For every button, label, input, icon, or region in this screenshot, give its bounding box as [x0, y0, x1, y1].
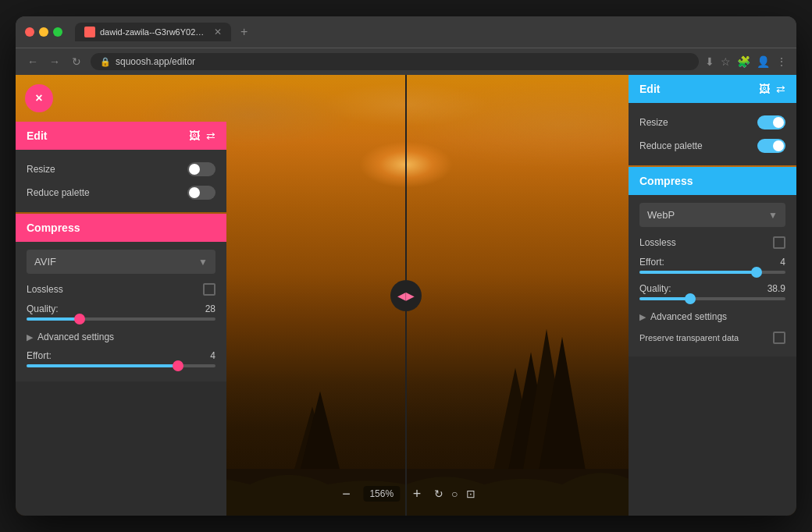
maximize-traffic-light[interactable] — [53, 27, 62, 37]
left-edit-image-icon[interactable]: 🖼 — [189, 129, 200, 142]
active-tab[interactable]: dawid-zawila--G3rw6Y02D0-u... ✕ — [75, 23, 231, 41]
left-effort-container: Effort: 4 — [27, 347, 215, 374]
refresh-button[interactable]: ↻ — [69, 55, 84, 68]
zoom-out-button[interactable]: − — [337, 486, 355, 502]
right-compress-header: Compress — [629, 167, 796, 195]
right-advanced-chevron-icon: ▶ — [639, 312, 646, 322]
right-quality-row: Quality: 38.9 — [639, 283, 785, 294]
traffic-lights — [25, 27, 62, 37]
left-effort-label: Effort: — [27, 350, 52, 361]
zoom-in-button[interactable]: + — [408, 486, 426, 502]
close-traffic-light[interactable] — [25, 27, 34, 37]
left-advanced-settings-label: Advanced settings — [37, 332, 114, 342]
left-effort-thumb[interactable] — [173, 360, 183, 371]
url-display: squoosh.app/editor — [116, 56, 195, 67]
zoom-unit: % — [385, 488, 394, 499]
left-lossless-checkbox[interactable] — [203, 283, 215, 296]
right-quality-fill — [639, 297, 690, 300]
rotate-button[interactable]: ↻ — [434, 488, 443, 500]
right-advanced-settings-row[interactable]: ▶ Advanced settings — [639, 307, 785, 327]
download-page-icon[interactable]: ⬇ — [705, 55, 714, 68]
right-resize-row: Resize — [639, 111, 785, 134]
left-edit-swap-icon[interactable]: ⇄ — [206, 129, 215, 142]
right-advanced-settings-label: Advanced settings — [650, 311, 727, 322]
left-edit-body: Resize Reduce palette — [16, 150, 226, 212]
right-reduce-palette-toggle[interactable] — [757, 139, 785, 153]
left-effort-row: Effort: 4 — [27, 350, 215, 361]
forward-button[interactable]: → — [47, 55, 62, 68]
right-edit-title: Edit — [639, 83, 660, 95]
right-compress-body: WebP ▼ Lossless Effort: 4 — [629, 195, 796, 356]
right-preserve-transparent-checkbox[interactable] — [773, 332, 785, 344]
browser-chrome: dawid-zawila--G3rw6Y02D0-u... ✕ + ← → ↻ … — [16, 16, 796, 75]
back-button[interactable]: ← — [25, 55, 41, 68]
left-edit-header: Edit 🖼 ⇄ — [16, 122, 226, 150]
bookmark-icon[interactable]: ☆ — [721, 55, 731, 68]
right-lossless-checkbox[interactable] — [773, 236, 785, 249]
minimize-traffic-light[interactable] — [39, 27, 48, 37]
right-effort-thumb[interactable] — [751, 267, 762, 278]
left-resize-toggle[interactable] — [187, 162, 215, 176]
left-quality-row: Quality: 28 — [27, 303, 215, 314]
reset-button[interactable]: ○ — [451, 488, 458, 500]
right-quality-value: 38.9 — [762, 283, 785, 294]
right-panel-spacer — [629, 356, 796, 516]
right-effort-label: Effort: — [639, 257, 664, 268]
left-effort-track[interactable] — [27, 364, 215, 367]
left-panel: Edit 🖼 ⇄ Resize Reduce palette — [16, 75, 226, 516]
bottom-center: − 156% + ↻ ○ ⊡ — [337, 486, 475, 502]
browser-toolbar: ← → ↻ 🔒 squoosh.app/editor ⬇ ☆ 🧩 👤 ⋮ — [16, 48, 796, 75]
left-quality-label: Quality: — [27, 303, 59, 314]
right-edit-section: Edit 🖼 ⇄ Resize Reduce palette — [629, 75, 796, 165]
extensions-icon[interactable]: 🧩 — [737, 55, 750, 68]
left-resize-row: Resize — [27, 158, 215, 181]
left-reduce-palette-toggle[interactable] — [187, 186, 215, 200]
toolbar-icons: ⬇ ☆ 🧩 👤 ⋮ — [705, 55, 787, 68]
right-resize-toggle[interactable] — [757, 115, 785, 129]
titlebar: dawid-zawila--G3rw6Y02D0-u... ✕ + — [16, 16, 796, 48]
tab-favicon — [84, 27, 95, 37]
right-edit-swap-icon[interactable]: ⇄ — [776, 83, 785, 95]
left-quality-thumb[interactable] — [74, 314, 85, 325]
left-quality-value: 28 — [192, 303, 215, 314]
left-advanced-settings-row[interactable]: ▶ Advanced settings — [27, 327, 215, 347]
left-compress-header: Compress — [16, 214, 226, 242]
menu-icon[interactable]: ⋮ — [776, 55, 787, 68]
new-tab-button[interactable]: + — [234, 23, 254, 41]
right-effort-track[interactable] — [639, 271, 785, 274]
profile-icon[interactable]: 👤 — [757, 55, 770, 68]
browser-window: dawid-zawila--G3rw6Y02D0-u... ✕ + ← → ↻ … — [16, 16, 796, 516]
right-resize-label: Resize — [639, 117, 668, 128]
left-panel-spacer — [16, 381, 226, 516]
right-edit-image-icon[interactable]: 🖼 — [759, 83, 770, 95]
tab-title: dawid-zawila--G3rw6Y02D0-u... — [100, 27, 206, 37]
left-compress-title: Compress — [27, 222, 80, 234]
tab-close-button[interactable]: ✕ — [214, 27, 222, 37]
left-quality-fill — [27, 317, 80, 321]
app-container: ◀▶ × Edit 🖼 ⇄ Resize — [16, 75, 796, 516]
right-lossless-row: Lossless — [639, 232, 785, 254]
left-compress-section: Compress AVIF ▼ Lossless — [16, 214, 226, 381]
right-format-select[interactable]: WebP ▼ — [639, 203, 785, 227]
divider-handle[interactable]: ◀▶ — [390, 280, 422, 311]
address-bar[interactable]: 🔒 squoosh.app/editor — [91, 53, 699, 70]
right-quality-thumb[interactable] — [685, 293, 696, 304]
right-edit-body: Resize Reduce palette — [629, 103, 796, 165]
right-format-arrow-icon: ▼ — [768, 210, 778, 221]
left-quality-container: Quality: 28 — [27, 300, 215, 327]
left-reduce-palette-label: Reduce palette — [27, 187, 90, 198]
left-format-value: AVIF — [34, 256, 56, 268]
left-lossless-row: Lossless — [27, 278, 215, 300]
right-compress-section: Compress WebP ▼ Lossless — [629, 167, 796, 356]
right-quality-label: Quality: — [639, 283, 671, 294]
fit-button[interactable]: ⊡ — [466, 488, 475, 500]
right-quality-track[interactable] — [639, 297, 785, 300]
left-edit-section: Edit 🖼 ⇄ Resize Reduce palette — [16, 122, 226, 212]
left-quality-track[interactable] — [27, 317, 215, 321]
close-button[interactable]: × — [25, 84, 53, 112]
divider-arrows-icon: ◀▶ — [397, 290, 415, 301]
right-effort-fill — [639, 271, 757, 274]
right-edit-header: Edit 🖼 ⇄ — [629, 75, 796, 103]
right-quality-container: Quality: 38.9 — [639, 280, 785, 307]
left-format-select[interactable]: AVIF ▼ — [27, 250, 215, 274]
